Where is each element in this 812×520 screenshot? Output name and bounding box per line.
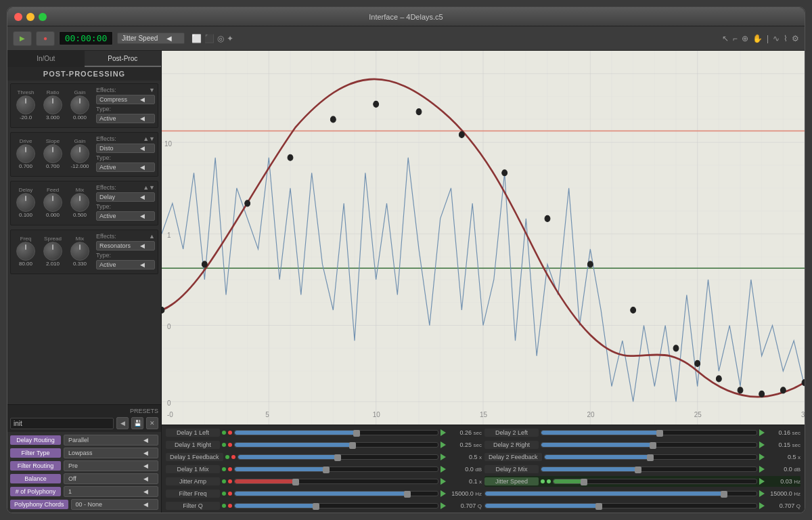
effects-dropdown-4[interactable]: Resonators ◀ (96, 241, 155, 251)
tool-hand[interactable]: ✋ (752, 34, 763, 43)
knob-gain2: Gain -12.000 (68, 138, 92, 169)
delay1-right-led2 (228, 443, 232, 447)
titlebar: Interface – 4Delays.c5 (7, 7, 805, 26)
delay1-right-play[interactable] (441, 441, 446, 448)
freq-knob[interactable] (16, 242, 35, 261)
icon-1[interactable]: ⬜ (191, 34, 202, 43)
delay2-fb-slider[interactable] (544, 454, 757, 460)
record-button[interactable]: ● (36, 31, 55, 46)
feed-knob[interactable] (43, 193, 62, 212)
icon-2[interactable]: ⬛ (204, 34, 215, 43)
preset-input[interactable] (10, 418, 114, 429)
filter-freq-led (222, 492, 226, 496)
filter-type-label: Filter Type (10, 448, 61, 458)
effects-dropdown-1[interactable]: Compress ◀ (96, 95, 155, 104)
graph-area[interactable]: -0 5 10 15 20 25 30 10 1 0 0 (162, 51, 805, 425)
delay1-right-slider[interactable] (234, 442, 438, 448)
delay2-fb-play[interactable] (759, 454, 765, 460)
drive-knob[interactable] (16, 144, 35, 163)
delay2-left-val: 0.16 sec (767, 429, 800, 436)
delay1-fb-led (225, 455, 229, 459)
delay2-left-slider[interactable] (541, 430, 757, 435)
delay1-mix-slider[interactable] (234, 467, 438, 472)
jitter-speed-play[interactable] (759, 478, 765, 485)
delay1-mix-led2 (228, 467, 232, 471)
delay2-right-play[interactable] (759, 441, 765, 448)
r-filter-freq-slider[interactable] (484, 491, 757, 496)
type-dropdown-3[interactable]: Active ◀ (96, 211, 155, 221)
type-dropdown-2[interactable]: Active ◀ (96, 162, 155, 172)
delay1-fb-slider[interactable] (238, 454, 438, 460)
filter-q-play[interactable] (441, 502, 446, 509)
r-filter-freq-play[interactable] (759, 490, 765, 497)
preset-clear[interactable]: ✕ (146, 417, 158, 429)
close-button[interactable] (14, 13, 22, 21)
ratio-knob[interactable] (43, 95, 62, 114)
polyphony-val[interactable]: 1 ◀ (64, 486, 158, 497)
type-dropdown-1[interactable]: Active ◀ (96, 114, 155, 123)
balance-val[interactable]: Off ◀ (64, 473, 158, 484)
filter-freq-play[interactable] (441, 490, 446, 497)
icon-4[interactable]: ✦ (227, 34, 233, 43)
delay1-left-play[interactable] (441, 429, 446, 436)
delay1-fb-play[interactable] (441, 454, 446, 460)
tab-post-proc[interactable]: Post-Proc (85, 51, 162, 67)
delay2-fb-label: Delay 2 Feedback (484, 453, 542, 461)
delay1-fb-label: Delay 1 Feedback (166, 453, 223, 461)
polyphony-chords-val[interactable]: 00 - None ◀ (71, 499, 158, 510)
tool-cursor[interactable]: ↖ (722, 34, 729, 43)
jitter-speed-dropdown[interactable]: Jitter Speed ◀ (117, 32, 185, 44)
delay-routing-val[interactable]: Parallel ◀ (64, 435, 158, 446)
filter-routing-val[interactable]: Pre ◀ (64, 460, 158, 471)
delay1-left-label: Delay 1 Left (166, 429, 220, 437)
tab-in-out[interactable]: In/Out (7, 51, 85, 67)
delay-knob[interactable] (16, 193, 35, 212)
delay2-mix-slider[interactable] (541, 467, 757, 472)
minimize-button[interactable] (26, 13, 35, 21)
delay1-left-slider[interactable] (234, 430, 438, 435)
effects-dropdown-2[interactable]: Disto ◀ (96, 144, 155, 153)
type-dropdown-4[interactable]: Active ◀ (96, 260, 155, 269)
r-filter-q-play[interactable] (759, 502, 765, 509)
tool-select[interactable]: ⌐ (733, 34, 738, 43)
bottom-panel: Delay 1 Left 0.26 sec De (162, 425, 805, 513)
delay2-left-play[interactable] (759, 429, 765, 436)
tool-settings[interactable]: ⚙ (792, 34, 799, 43)
spread-knob[interactable] (43, 242, 62, 261)
routing-panel: Delay Routing Parallel ◀ Filter Type Low… (7, 432, 161, 513)
tool-wave[interactable]: ∿ (773, 34, 780, 43)
r-filter-q-val: 0.707 Q (767, 502, 800, 509)
delay2-mix-play[interactable] (759, 466, 765, 473)
jitter-amp-play[interactable] (441, 478, 446, 485)
knob-thresh: Thresh -20.0 (14, 89, 38, 121)
filter-freq-slider[interactable] (234, 491, 438, 496)
jitter-speed-label: Jitter Speed (484, 477, 539, 485)
preset-prev[interactable]: ◀ (116, 417, 129, 429)
mix4-knob[interactable] (70, 242, 89, 261)
delay2-right-slider[interactable] (541, 442, 757, 448)
delay1-left-led2 (228, 431, 232, 435)
effects-dropdown-3[interactable]: Delay ◀ (96, 192, 155, 202)
delay1-mix-play[interactable] (441, 466, 446, 473)
r-filter-q-slider[interactable] (484, 503, 757, 508)
play-button[interactable]: ▶ (13, 31, 32, 46)
preset-save[interactable]: 💾 (131, 417, 143, 429)
knob-delay: Delay 0.100 (14, 187, 38, 218)
maximize-button[interactable] (39, 13, 47, 21)
filter-routing-row: Filter Routing Pre ◀ (10, 460, 158, 471)
tool-points[interactable]: ⌇ (784, 34, 788, 43)
filter-q-slider[interactable] (234, 503, 438, 508)
tool-zoom[interactable]: ⊕ (742, 34, 748, 43)
gain2-knob[interactable] (70, 144, 89, 163)
icon-3[interactable]: ◎ (217, 34, 224, 43)
jitter-speed-slider[interactable] (553, 479, 757, 484)
thresh-knob[interactable] (16, 95, 35, 114)
jitter-amp-slider[interactable] (234, 479, 438, 484)
delay1-right-val: 0.25 sec (448, 441, 482, 448)
slope-knob[interactable] (43, 144, 62, 163)
delay1-left-val: 0.26 sec (448, 429, 482, 436)
gain1-knob[interactable] (70, 95, 89, 114)
param-row-delay2-left: Delay 2 Left 0.16 sec (484, 427, 800, 438)
filter-type-val[interactable]: Lowpass ◀ (64, 448, 158, 458)
mix3-knob[interactable] (70, 193, 89, 212)
